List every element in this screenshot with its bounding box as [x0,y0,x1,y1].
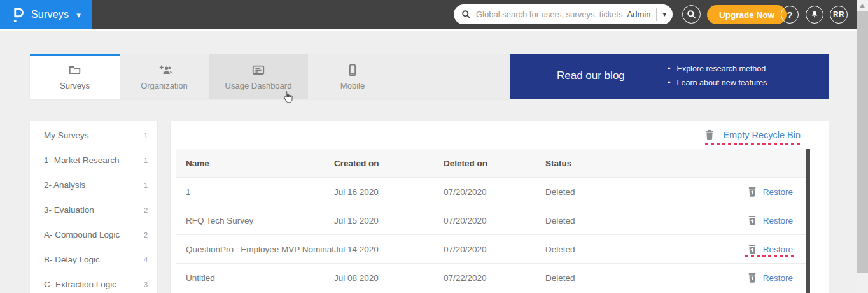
tab-mobile[interactable]: Mobile [308,54,397,99]
upgrade-now-button[interactable]: Upgrade Now [707,5,787,24]
global-search: Admin [454,4,673,24]
topbar: Surveys Admin Upgrade Now ? RR [0,0,857,29]
table-row: RFQ Tech Survey Jul 15 2020 07/20/2020 D… [176,206,806,235]
question-mark-icon: ? [787,10,792,20]
topbar-underline [0,29,857,31]
smartphone-icon [346,63,360,77]
restore-label: Restore [763,187,793,197]
sidebar-item-market-research[interactable]: 1- Market Research 1 [30,148,157,173]
table-header: Name Created on Deleted on Status [176,149,806,178]
table-body: 1 Jul 16 2020 07/20/2020 Deleted Rest [176,178,806,292]
restore-button[interactable]: Restore [747,187,793,197]
banner-bullets: Explore research method Learn about new … [668,62,767,90]
column-header-status: Status [545,159,657,168]
folder-count: 2 [144,206,148,214]
deleted-on: 07/22/2020 [444,273,545,283]
created-on: Jul 08 2020 [334,273,444,283]
banner-bullet: Explore research method [668,62,767,76]
restore-button[interactable]: Restore [747,244,793,255]
created-on: Jul 15 2020 [334,216,444,225]
folder-count: 1 [144,132,148,139]
folder-icon [67,63,82,77]
product-label: Surveys [31,9,69,20]
folders-sidebar: My Surveys 1 1- Market Research 1 2- Ana… [30,121,157,293]
folder-count: 1 [144,182,148,189]
restore-label: Restore [763,245,793,254]
tab-label: Usage Dashboard [225,81,292,90]
folder-count: 2 [144,231,148,239]
main-tabs: Surveys Organization Usage Dashboard [30,54,510,99]
restore-trash-icon [747,187,757,197]
page-scrollbar[interactable] [857,0,868,293]
sidebar-item-my-surveys[interactable]: My Surveys 1 [30,123,157,148]
add-people-icon [157,63,172,77]
notifications-button[interactable] [806,6,823,24]
deleted-on: 07/20/2020 [444,245,545,254]
status: Deleted [545,245,657,254]
bell-icon [810,10,819,19]
column-header-name: Name [186,159,334,168]
avatar[interactable]: RR [830,6,848,24]
global-search-input[interactable] [476,10,627,19]
search-scope-dropdown[interactable] [662,10,666,18]
deleted-on: 07/20/2020 [444,187,545,197]
survey-name: QuestionPro : Employee MVP Nomination [186,245,334,254]
created-on: Jul 16 2020 [334,187,444,197]
column-header-deleted: Deleted on [444,159,545,168]
scroll-up-arrow-icon[interactable] [860,4,865,8]
tab-usage-dashboard[interactable]: Usage Dashboard [209,54,308,99]
blog-banner[interactable]: Read our blog Explore research method Le… [510,54,829,99]
avatar-initials: RR [833,10,844,19]
divider [656,8,657,21]
search-button[interactable] [682,5,701,24]
deleted-on: 07/20/2020 [444,216,545,225]
created-on: Jul 14 2020 [334,245,444,254]
questionpro-logo-icon [11,6,25,24]
tab-label: Organization [141,81,188,90]
help-button[interactable]: ? [781,6,799,24]
folder-count: 3 [144,281,148,289]
sidebar-item-delay-logic[interactable]: B- Delay Logic 4 [30,247,157,272]
restore-button[interactable]: Restore [747,215,793,226]
table-row: QuestionPro : Employee MVP Nomination Ju… [176,235,806,264]
deleted-surveys-table: Name Created on Deleted on Status 1 Jul … [176,149,806,292]
page-scrollbar-thumb[interactable] [857,11,868,273]
product-switcher[interactable]: Surveys [0,0,92,29]
empty-recycle-bin-button[interactable]: Empty Recycle Bin [704,129,801,141]
folder-count: 1 [144,157,148,164]
table-row: Untitled Jul 08 2020 07/22/2020 Deleted [176,264,806,292]
empty-recycle-bin-label: Empty Recycle Bin [723,130,801,140]
survey-name: RFQ Tech Survey [186,216,334,225]
search-icon [461,10,471,19]
trash-icon [704,129,715,141]
restore-trash-icon [747,215,757,226]
recycle-bin-panel: Empty Recycle Bin Name Created on Delete… [171,121,829,293]
sidebar-item-compound-logic[interactable]: A- Compound Logic 2 [30,222,157,247]
sidebar-item-extraction-logic[interactable]: C- Extraction Logic 3 [30,272,157,293]
restore-trash-icon [747,273,757,283]
tab-label: Surveys [60,81,90,90]
folder-count: 4 [144,256,148,264]
annotation-dotted-underline [705,143,801,145]
status: Deleted [545,273,657,283]
restore-label: Restore [763,273,793,283]
tab-surveys[interactable]: Surveys [30,54,120,99]
column-header-created: Created on [334,159,444,168]
banner-title: Read our blog [557,69,625,82]
sidebar-item-analysis[interactable]: 2- Analysis 1 [30,173,157,197]
search-scope-label: Admin [627,10,651,19]
tab-organization[interactable]: Organization [120,54,209,99]
banner-bullet: Learn about new features [668,76,767,90]
survey-name: 1 [186,187,334,197]
sidebar-item-evaluation[interactable]: 3- Evaluation 2 [30,197,157,222]
chevron-down-icon [76,10,81,20]
status: Deleted [545,216,657,225]
restore-label: Restore [763,216,793,225]
tab-label: Mobile [340,81,365,90]
table-scrollbar-thumb[interactable] [806,149,810,293]
dashboard-card-icon [251,63,266,77]
restore-button[interactable]: Restore [747,273,793,283]
survey-name: Untitled [186,273,334,283]
restore-trash-icon [747,244,757,255]
status: Deleted [545,187,657,197]
